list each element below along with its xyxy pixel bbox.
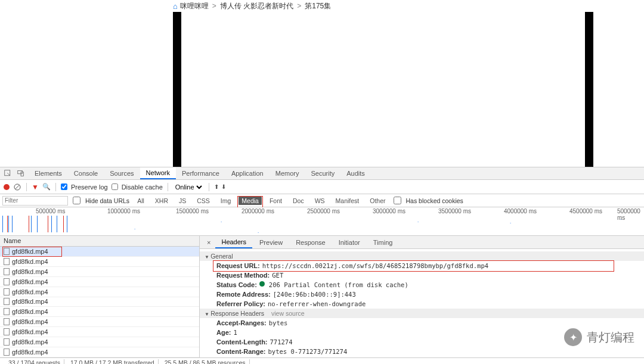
request-row[interactable]: gfd8fkd.mp4 xyxy=(0,267,199,277)
resource-size: 25.5 MB / 86.5 MB resources xyxy=(161,359,250,364)
remote-value: [240e:96b:b400::9]:443 xyxy=(273,291,356,298)
file-icon xyxy=(4,258,10,265)
request-row[interactable]: gfd8fkd.mp4 xyxy=(0,327,199,337)
tab-memory[interactable]: Memory xyxy=(270,168,305,179)
request-row[interactable]: gfd8fkd.mp4 xyxy=(0,257,199,267)
network-toolbar: ▼ 🔍 Preserve log Disable cache Online ⬆ … xyxy=(0,180,644,194)
type-img[interactable]: Img xyxy=(218,197,234,205)
breadcrumb-last: 第175集 xyxy=(305,1,331,11)
request-list-header[interactable]: Name xyxy=(0,236,199,247)
file-icon xyxy=(4,298,10,305)
referrer-value: no-referrer-when-downgrade xyxy=(268,300,366,307)
close-details-icon[interactable]: × xyxy=(203,239,214,246)
referrer-key: Referrer Policy: xyxy=(216,300,265,307)
type-js[interactable]: JS xyxy=(176,197,189,205)
breadcrumb-sep: > xyxy=(212,2,216,10)
detail-tabs: × Headers Preview Response Initiator Tim… xyxy=(200,236,644,249)
request-count: 33 / 1704 requests xyxy=(5,359,64,364)
request-name: gfd8fkd.mp4 xyxy=(12,298,48,305)
remote-key: Remote Address: xyxy=(216,291,271,298)
tab-audits[interactable]: Audits xyxy=(340,168,371,179)
hide-data-urls-label: Hide data URLs xyxy=(85,197,129,204)
disable-cache-checkbox[interactable] xyxy=(112,183,118,190)
request-name: gfd8fkd.mp4 xyxy=(12,268,48,275)
request-name: gfd8fkd.mp4 xyxy=(12,328,48,335)
video-letterbox-right xyxy=(585,12,593,167)
file-icon xyxy=(4,288,10,295)
request-row[interactable]: gfd8fkd.mp4 xyxy=(0,347,199,357)
tab-security[interactable]: Security xyxy=(305,168,340,179)
timeline-tick: 4000000 ms xyxy=(504,208,537,214)
tab-timing[interactable]: Timing xyxy=(367,237,399,248)
request-row[interactable]: gfd8fkd.mp4 xyxy=(0,317,199,327)
hide-data-urls-checkbox[interactable] xyxy=(73,197,80,204)
request-list: Name gfd8fkd.mp4 gfd8fkd.mp4 gfd8fkd.mp4… xyxy=(0,236,200,357)
tab-sources[interactable]: Sources xyxy=(104,168,140,179)
content-length-value: 771274 xyxy=(270,338,293,346)
tab-headers[interactable]: Headers xyxy=(215,237,252,248)
blocked-cookies-checkbox[interactable] xyxy=(394,197,401,204)
filter-icon[interactable]: ▼ xyxy=(32,183,39,191)
device-toggle-icon[interactable] xyxy=(16,168,26,179)
file-icon xyxy=(4,349,10,356)
file-icon xyxy=(4,338,10,346)
upload-icon[interactable]: ⬆ xyxy=(214,183,219,190)
clear-icon[interactable] xyxy=(13,183,21,191)
timeline-tick: 500000 ms xyxy=(36,208,65,214)
accept-ranges-key: Accept-Ranges: xyxy=(216,319,267,326)
method-key: Request Method: xyxy=(216,272,270,279)
request-name: gfd8fkd.mp4 xyxy=(12,288,48,295)
network-filter-bar: Hide data URLs All XHR JS CSS Img Media … xyxy=(0,194,644,207)
request-row[interactable]: gfd8fkd.mp4 xyxy=(0,337,199,347)
breadcrumb-home[interactable]: 咪哩咪哩 xyxy=(180,1,209,11)
throttling-select[interactable]: Online xyxy=(173,183,204,191)
tab-elements[interactable]: Elements xyxy=(29,168,68,179)
response-headers-section[interactable]: Response Headersview source xyxy=(200,309,644,318)
request-row[interactable]: gfd8fkd.mp4 xyxy=(0,297,199,307)
tab-preview[interactable]: Preview xyxy=(253,237,289,248)
tab-application[interactable]: Application xyxy=(225,168,270,179)
file-icon xyxy=(4,248,10,255)
timeline-tick: 3000000 ms xyxy=(373,208,405,214)
request-url-value: https://sccdn.0021zj.com/swfs/b8/4685218… xyxy=(262,262,488,269)
timeline-tick: 4500000 ms xyxy=(569,208,602,214)
inspect-element-icon[interactable] xyxy=(2,168,13,179)
tab-response[interactable]: Response xyxy=(290,237,332,248)
tab-console[interactable]: Console xyxy=(68,168,104,179)
view-source-link[interactable]: view source xyxy=(271,310,304,317)
request-row[interactable]: gfd8fkd.mp4 xyxy=(0,247,199,257)
file-icon xyxy=(4,318,10,325)
type-doc[interactable]: Doc xyxy=(290,197,307,205)
general-section[interactable]: General xyxy=(200,251,644,261)
request-row[interactable]: gfd8fkd.mp4 xyxy=(0,307,199,317)
file-icon xyxy=(4,268,10,275)
type-all[interactable]: All xyxy=(134,197,147,205)
request-name: gfd8fkd.mp4 xyxy=(12,248,48,255)
home-icon[interactable]: ⌂ xyxy=(173,2,178,11)
request-row[interactable]: gfd8fkd.mp4 xyxy=(0,277,199,287)
record-button[interactable] xyxy=(4,184,10,190)
type-xhr[interactable]: XHR xyxy=(152,197,171,205)
type-other[interactable]: Other xyxy=(367,197,388,205)
request-row[interactable]: gfd8fkd.mp4 xyxy=(0,287,199,297)
tab-performance[interactable]: Performance xyxy=(176,168,225,179)
tab-network[interactable]: Network xyxy=(140,167,176,179)
status-dot-icon xyxy=(259,281,265,287)
request-name: gfd8fkd.mp4 xyxy=(12,308,48,315)
tab-initiator[interactable]: Initiator xyxy=(333,237,366,248)
download-icon[interactable]: ⬇ xyxy=(221,183,226,190)
type-manifest[interactable]: Manifest xyxy=(333,197,363,205)
network-timeline[interactable]: 500000 ms 1000000 ms 1500000 ms 2000000 … xyxy=(0,207,644,236)
breadcrumb-mid[interactable]: 博人传 火影忍者新时代 xyxy=(220,1,293,11)
type-font[interactable]: Font xyxy=(267,197,285,205)
type-media[interactable]: Media xyxy=(239,197,262,205)
method-value: GET xyxy=(272,272,283,279)
transferred-size: 17.0 MB / 17.2 MB transferred xyxy=(67,359,159,364)
type-ws[interactable]: WS xyxy=(312,197,328,205)
preserve-log-checkbox[interactable] xyxy=(61,183,67,190)
type-css[interactable]: CSS xyxy=(194,197,213,205)
video-player-area[interactable] xyxy=(0,12,644,167)
filter-input[interactable] xyxy=(2,196,68,206)
devtools-tabstrip: Elements Console Sources Network Perform… xyxy=(0,167,644,180)
search-icon[interactable]: 🔍 xyxy=(42,183,51,191)
